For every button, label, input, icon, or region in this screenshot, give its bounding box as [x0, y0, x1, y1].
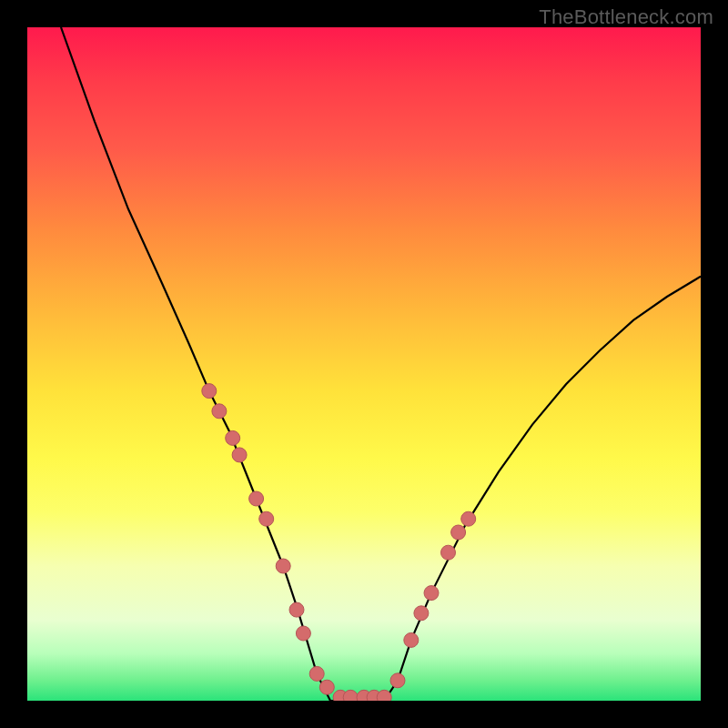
curve-marker [343, 690, 358, 701]
curve-marker [461, 511, 476, 526]
curve-marker [276, 559, 290, 573]
chart-svg [27, 27, 701, 701]
curve-marker [249, 491, 264, 506]
curve-marker [296, 626, 310, 641]
curve-markers [202, 384, 476, 701]
curve-marker [424, 586, 439, 601]
curve-marker [226, 430, 240, 445]
curve-marker [441, 545, 456, 560]
curve-marker [451, 525, 466, 540]
curve-marker [309, 666, 324, 681]
bottleneck-curve [61, 27, 701, 701]
curve-marker [390, 673, 405, 688]
curve-marker [404, 632, 419, 647]
curve-marker [202, 384, 217, 399]
curve-marker [319, 680, 334, 694]
curve-marker [289, 602, 304, 617]
curve-marker [212, 404, 227, 419]
watermark-text: TheBottleneck.com [539, 5, 713, 29]
curve-marker [232, 448, 247, 462]
curve-marker [377, 690, 391, 701]
chart-frame: TheBottleneck.com [0, 0, 728, 728]
chart-plot-area [27, 27, 701, 701]
curve-marker [259, 511, 274, 526]
curve-marker [414, 606, 429, 621]
